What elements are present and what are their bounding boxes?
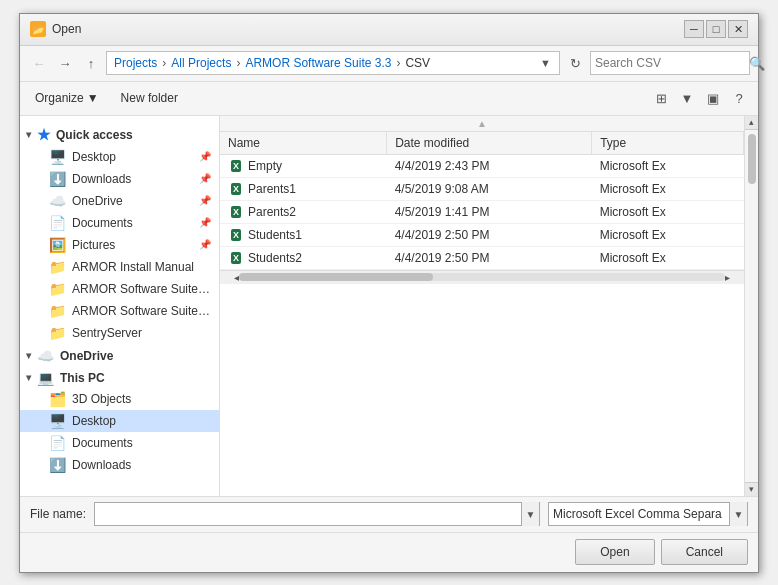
quick-access-header[interactable]: ▾ ★ Quick access	[20, 122, 219, 146]
documents-pinned-icon: 📄	[48, 215, 66, 231]
thispc-label: This PC	[60, 371, 105, 385]
vscroll-up-button[interactable]: ▴	[745, 116, 758, 130]
breadcrumb: Projects › All Projects › ARMOR Software…	[111, 56, 536, 70]
table-row[interactable]: X Parents1 4/5/2019 9:08 AM Microsoft Ex	[220, 177, 744, 200]
back-button[interactable]: ←	[28, 52, 50, 74]
col-date-label: Date modified	[395, 136, 469, 150]
hscroll-thumb[interactable]	[239, 273, 433, 281]
close-button[interactable]: ✕	[728, 20, 748, 38]
col-name[interactable]: Name	[220, 132, 387, 155]
search-icon: 🔍	[749, 56, 765, 71]
onedrive-header[interactable]: ▾ ☁️ OneDrive	[20, 344, 219, 366]
sidebar-item-onedrive-pinned[interactable]: ☁️ OneDrive 📌	[20, 190, 219, 212]
file-name-cell[interactable]: X Parents1	[220, 177, 387, 200]
sidebar-label-armor-33: ARMOR Software Suite 3.3	[72, 304, 211, 318]
file-type: Microsoft Ex	[592, 154, 744, 177]
filetype-dropdown-button[interactable]: ▼	[729, 502, 747, 526]
new-folder-button[interactable]: New folder	[114, 87, 185, 109]
table-row[interactable]: X Students2 4/4/2019 2:50 PM Microsoft E…	[220, 246, 744, 269]
file-date: 4/5/2019 9:08 AM	[387, 177, 592, 200]
hscroll-track	[239, 273, 725, 281]
organize-button[interactable]: Organize ▼	[28, 87, 106, 109]
forward-button[interactable]: →	[54, 52, 76, 74]
sidebar-item-desktop-pinned[interactable]: 🖥️ Desktop 📌	[20, 146, 219, 168]
sidebar-item-downloads-thispc[interactable]: ⬇️ Downloads	[20, 454, 219, 476]
breadcrumb-item-allprojects[interactable]: All Projects	[168, 56, 234, 70]
sidebar-item-pictures-pinned[interactable]: 🖼️ Pictures 📌	[20, 234, 219, 256]
col-date[interactable]: Date modified	[387, 132, 592, 155]
file-date: 4/4/2019 2:50 PM	[387, 223, 592, 246]
file-pane-wrapper: ▲ Name	[220, 116, 758, 496]
help-button[interactable]: ?	[728, 87, 750, 109]
file-name: Empty	[248, 159, 282, 173]
file-name: Students1	[248, 228, 302, 242]
sidebar-item-armor-33[interactable]: 📁 ARMOR Software Suite 3.3	[20, 300, 219, 322]
horizontal-scrollbar[interactable]: ◂ ▸	[220, 270, 744, 284]
view-dropdown-button[interactable]: ▼	[676, 87, 698, 109]
file-pane-scroll[interactable]: ▲ Name	[220, 116, 744, 270]
filetype-container: Microsoft Excel Comma Separa ▼	[548, 502, 748, 526]
filetype-label: Microsoft Excel Comma Separa	[549, 507, 729, 521]
file-date: 4/5/2019 1:41 PM	[387, 200, 592, 223]
filename-bar: File name: ▼ Microsoft Excel Comma Separ…	[20, 496, 758, 532]
file-name-cell[interactable]: X Students1	[220, 223, 387, 246]
sidebar-label-3dobjects: 3D Objects	[72, 392, 211, 406]
file-name-cell[interactable]: X Empty	[220, 154, 387, 177]
open-dialog: 📂 Open ─ □ ✕ ← → ↑ Projects › All Projec…	[19, 13, 759, 573]
file-table-body: X Empty 4/4/2019 2:43 PM Microsoft Ex	[220, 154, 744, 269]
table-row[interactable]: X Parents2 4/5/2019 1:41 PM Microsoft Ex	[220, 200, 744, 223]
sidebar-item-documents-pinned[interactable]: 📄 Documents 📌	[20, 212, 219, 234]
column-collapse-arrow[interactable]: ▲	[477, 118, 487, 129]
file-name-cell[interactable]: X Parents2	[220, 200, 387, 223]
file-name-cell[interactable]: X Students2	[220, 246, 387, 269]
sidebar-label-pictures-pinned: Pictures	[72, 238, 193, 252]
cancel-button[interactable]: Cancel	[661, 539, 748, 565]
up-button[interactable]: ↑	[80, 52, 102, 74]
breadcrumb-item-projects[interactable]: Projects	[111, 56, 160, 70]
sidebar-item-armor-manual[interactable]: 📁 ARMOR Install Manual	[20, 256, 219, 278]
maximize-button[interactable]: □	[706, 20, 726, 38]
hscroll-right-button[interactable]: ▸	[725, 272, 730, 283]
onedrive-arrow: ▾	[26, 350, 31, 361]
filename-dropdown-button[interactable]: ▼	[521, 502, 539, 526]
view-icon-button[interactable]: ⊞	[650, 87, 672, 109]
downloads-pinned-icon: ⬇️	[48, 171, 66, 187]
breadcrumb-item-armor[interactable]: ARMOR Software Suite 3.3	[242, 56, 394, 70]
sidebar-item-documents-thispc[interactable]: 📄 Documents	[20, 432, 219, 454]
filename-input[interactable]	[95, 507, 521, 521]
filename-label: File name:	[30, 507, 86, 521]
excel-icon-5: X	[228, 250, 244, 266]
table-row[interactable]: X Empty 4/4/2019 2:43 PM Microsoft Ex	[220, 154, 744, 177]
sidebar-item-armor-32[interactable]: 📁 ARMOR Software Suite 3.2	[20, 278, 219, 300]
search-input[interactable]	[595, 56, 745, 70]
minimize-button[interactable]: ─	[684, 20, 704, 38]
pin-icon-3: 📌	[199, 195, 211, 206]
sidebar-item-desktop-thispc[interactable]: 🖥️ Desktop	[20, 410, 219, 432]
sidebar-item-3dobjects[interactable]: 🗂️ 3D Objects	[20, 388, 219, 410]
sidebar: ▾ ★ Quick access 🖥️ Desktop 📌 ⬇️ Downloa…	[20, 116, 220, 496]
excel-icon-2: X	[228, 181, 244, 197]
sidebar-label-documents-pinned: Documents	[72, 216, 193, 230]
refresh-button[interactable]: ↻	[564, 52, 586, 74]
toolbar-right: ⊞ ▼ ▣ ?	[650, 87, 750, 109]
vertical-scrollbar: ▴ ▾	[744, 116, 758, 496]
breadcrumb-current: CSV	[402, 56, 433, 70]
filename-input-container: ▼	[94, 502, 540, 526]
vscroll-thumb[interactable]	[748, 134, 756, 184]
onedrive-label: OneDrive	[60, 349, 113, 363]
thispc-header[interactable]: ▾ 💻 This PC	[20, 366, 219, 388]
col-name-label: Name	[228, 136, 260, 150]
sidebar-item-sentry[interactable]: 📁 SentryServer	[20, 322, 219, 344]
armor-manual-icon: 📁	[48, 259, 66, 275]
col-type[interactable]: Type	[592, 132, 744, 155]
breadcrumb-dropdown-button[interactable]: ▼	[536, 57, 555, 69]
nav-bar: ← → ↑ Projects › All Projects › ARMOR So…	[20, 46, 758, 82]
preview-button[interactable]: ▣	[702, 87, 724, 109]
table-row[interactable]: X Students1 4/4/2019 2:50 PM Microsoft E…	[220, 223, 744, 246]
desktop-pinned-icon: 🖥️	[48, 149, 66, 165]
open-button[interactable]: Open	[575, 539, 654, 565]
sidebar-item-downloads-pinned[interactable]: ⬇️ Downloads 📌	[20, 168, 219, 190]
sidebar-label-downloads-pinned: Downloads	[72, 172, 193, 186]
vscroll-down-button[interactable]: ▾	[745, 482, 758, 496]
window-controls: ─ □ ✕	[684, 20, 748, 38]
